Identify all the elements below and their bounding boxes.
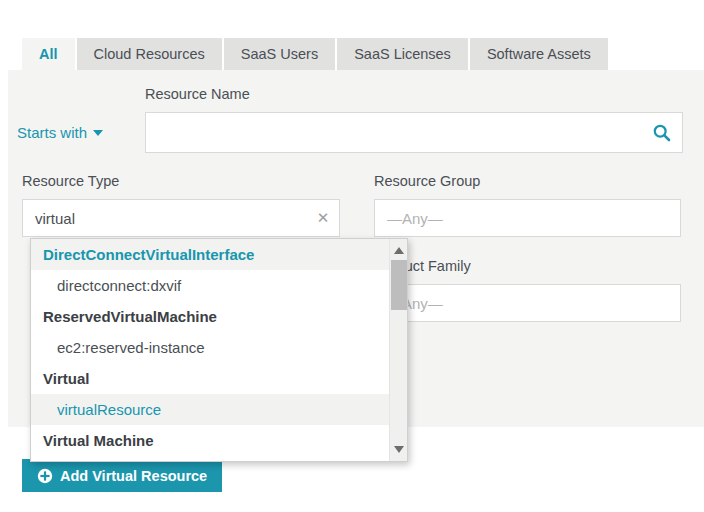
match-mode-dropdown[interactable]: Starts with [17, 124, 103, 141]
app-window: All Cloud Resources SaaS Users SaaS Lice… [0, 0, 704, 512]
product-family-input[interactable] [374, 284, 681, 322]
suggestion-option[interactable]: directconnect:dxvif [31, 270, 389, 301]
resource-type-input[interactable] [22, 199, 340, 237]
suggestion-option[interactable]: virtualResource [31, 394, 389, 425]
resource-group-input[interactable] [374, 199, 681, 237]
suggestion-option[interactable]: ec2:reserved-instance [31, 332, 389, 363]
tab-all[interactable]: All [22, 38, 75, 70]
tab-bar: All Cloud Resources SaaS Users SaaS Lice… [22, 38, 608, 70]
add-button-label: Add Virtual Resource [60, 468, 207, 484]
tab-software-assets[interactable]: Software Assets [470, 38, 608, 70]
match-mode-label: Starts with [17, 124, 87, 141]
scroll-up-icon[interactable] [394, 247, 404, 254]
resource-type-label: Resource Type [22, 173, 119, 189]
tab-saas-users[interactable]: SaaS Users [224, 38, 335, 70]
suggestion-group[interactable]: Virtual [31, 363, 389, 394]
tab-saas-licenses[interactable]: SaaS Licenses [337, 38, 468, 70]
resource-type-suggestions: DirectConnectVirtualInterface directconn… [30, 238, 408, 462]
suggestion-option-clipped[interactable]: virtualmachine (virtual machine) [31, 456, 389, 462]
search-icon[interactable] [652, 123, 672, 143]
dropdown-scrollbar[interactable] [389, 239, 407, 461]
clear-input-icon[interactable]: ✕ [313, 208, 333, 228]
suggestion-group[interactable]: ReservedVirtualMachine [31, 301, 389, 332]
resource-name-input[interactable] [145, 112, 683, 153]
suggestion-group[interactable]: Virtual Machine [31, 425, 389, 456]
plus-circle-icon [37, 468, 53, 484]
tab-cloud-resources[interactable]: Cloud Resources [77, 38, 222, 70]
resource-name-label: Resource Name [145, 86, 250, 102]
scroll-down-icon[interactable] [394, 446, 404, 453]
caret-down-icon [93, 130, 103, 136]
add-virtual-resource-button[interactable]: Add Virtual Resource [22, 459, 222, 492]
resource-group-label: Resource Group [374, 173, 480, 189]
suggestion-group[interactable]: DirectConnectVirtualInterface [31, 239, 389, 270]
scrollbar-thumb[interactable] [391, 260, 407, 310]
